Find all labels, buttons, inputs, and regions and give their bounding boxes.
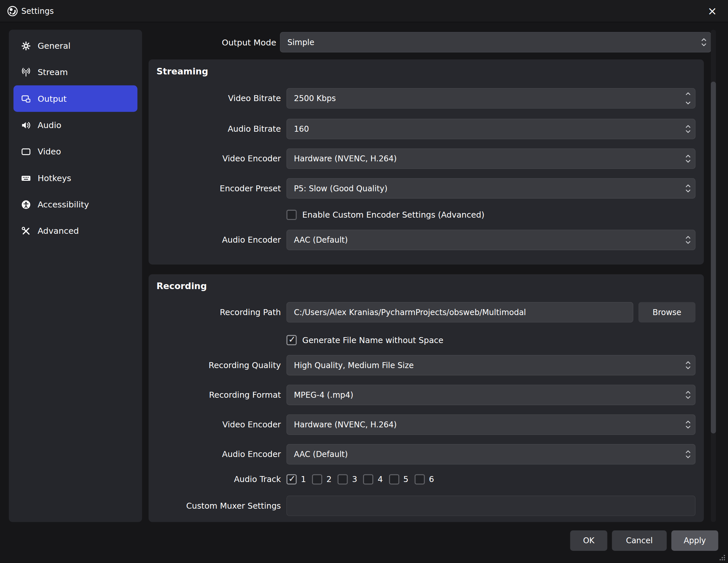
- chevron-down-icon[interactable]: [685, 455, 691, 459]
- chevron-up-icon[interactable]: [685, 184, 691, 188]
- chevron-up-icon[interactable]: [685, 125, 691, 128]
- rec-audio-encoder-select[interactable]: AAC (Default): [287, 444, 696, 464]
- custom-muxer-label: Custom Muxer Settings: [149, 501, 281, 510]
- recording-format-label: Recording Format: [149, 390, 281, 399]
- output-mode-select[interactable]: Simple: [280, 32, 711, 52]
- cancel-button[interactable]: Cancel: [612, 530, 667, 551]
- spinner: [685, 420, 691, 429]
- audio-bitrate-value: 160: [294, 125, 309, 134]
- chevron-down-icon[interactable]: [685, 130, 691, 133]
- chevron-up-icon[interactable]: [685, 420, 691, 424]
- video-encoder-value: Hardware (NVENC, H.264): [294, 154, 397, 163]
- chevron-up-icon[interactable]: [685, 450, 691, 453]
- chevron-down-icon[interactable]: [701, 43, 707, 46]
- sidebar-item-label: Hotkeys: [38, 173, 71, 183]
- apply-button[interactable]: Apply: [671, 530, 718, 551]
- custom-encoder-checkbox[interactable]: [287, 210, 297, 220]
- chevron-down-icon[interactable]: [685, 241, 691, 244]
- sidebar-item-label: Video: [38, 147, 61, 156]
- audio-track-1-checkbox[interactable]: [287, 474, 297, 484]
- recording-format-value: MPEG-4 (.mp4): [294, 390, 353, 399]
- browse-button[interactable]: Browse: [638, 302, 695, 323]
- recording-quality-value: High Quality, Medium File Size: [294, 360, 414, 370]
- audio-bitrate-label: Audio Bitrate: [149, 125, 281, 134]
- encoder-preset-label: Encoder Preset: [149, 184, 281, 193]
- streaming-title: Streaming: [156, 66, 208, 76]
- scrollbar-thumb[interactable]: [711, 82, 716, 433]
- spinner: [685, 184, 691, 193]
- recording-title: Recording: [156, 281, 207, 291]
- scrollbar[interactable]: [711, 30, 716, 522]
- chevron-down-icon[interactable]: [685, 159, 691, 163]
- generate-filename-checkbox-label: Generate File Name without Space: [302, 335, 443, 345]
- chevron-down-icon[interactable]: [685, 189, 691, 193]
- resize-grip-icon[interactable]: [718, 554, 726, 562]
- chevron-up-icon[interactable]: [685, 236, 691, 239]
- audio-track-6-label: 6: [429, 475, 434, 484]
- rec-audio-encoder-value: AAC (Default): [294, 450, 348, 459]
- audio-track-5-checkbox[interactable]: [389, 474, 399, 484]
- chevron-up-icon[interactable]: [685, 390, 691, 394]
- spinner: [685, 450, 691, 459]
- sidebar-item-label: General: [38, 41, 70, 51]
- video-bitrate-label: Video Bitrate: [149, 94, 281, 103]
- settings-window: Settings × General: [0, 0, 728, 563]
- generate-filename-checkbox[interactable]: [287, 335, 297, 345]
- audio-track-4-label: 4: [378, 475, 383, 484]
- close-icon[interactable]: ×: [704, 0, 721, 22]
- recording-format-select[interactable]: MPEG-4 (.mp4): [287, 384, 696, 405]
- video-encoder-select[interactable]: Hardware (NVENC, H.264): [287, 149, 696, 169]
- sidebar-item-general[interactable]: General: [14, 33, 137, 59]
- audio-encoder-label: Audio Encoder: [149, 236, 281, 245]
- encoder-preset-value: P5: Slow (Good Quality): [294, 184, 387, 193]
- streaming-section: Streaming Video Bitrate 2500 Kbps Audio …: [149, 59, 704, 265]
- custom-muxer-input[interactable]: [287, 495, 696, 516]
- recording-path-input[interactable]: C:/Users/Alex Kranias/PycharmProjects/ob…: [287, 302, 633, 323]
- chevron-up-icon[interactable]: [685, 155, 691, 158]
- speaker-icon: [21, 120, 31, 130]
- custom-encoder-checkbox-label: Enable Custom Encoder Settings (Advanced…: [302, 210, 485, 219]
- video-bitrate-spinbox[interactable]: 2500 Kbps: [287, 88, 696, 109]
- rec-audio-encoder-label: Audio Encoder: [149, 450, 281, 459]
- audio-track-group: 1 2 3 4 5 6: [287, 474, 434, 484]
- audio-track-3-checkbox[interactable]: [338, 474, 348, 484]
- recording-path-value: C:/Users/Alex Kranias/PycharmProjects/ob…: [294, 307, 526, 317]
- monitor-icon: [21, 147, 31, 157]
- sidebar-item-accessibility[interactable]: Accessibility: [14, 191, 137, 218]
- recording-quality-label: Recording Quality: [149, 360, 281, 370]
- audio-bitrate-select[interactable]: 160: [287, 119, 696, 139]
- sidebar-item-output[interactable]: Output: [14, 85, 137, 112]
- chevron-up-icon[interactable]: [701, 38, 707, 42]
- audio-track-4-checkbox[interactable]: [363, 474, 374, 484]
- audio-encoder-value: AAC (Default): [294, 236, 348, 245]
- ok-button[interactable]: OK: [570, 530, 607, 551]
- sidebar-item-label: Stream: [38, 67, 68, 77]
- sidebar-item-audio[interactable]: Audio: [14, 112, 137, 138]
- keyboard-icon: [21, 173, 31, 183]
- rec-video-encoder-label: Video Encoder: [149, 420, 281, 429]
- audio-track-2-checkbox[interactable]: [312, 474, 322, 484]
- chevron-up-icon[interactable]: [685, 361, 691, 364]
- chevron-down-icon[interactable]: [685, 366, 691, 369]
- sidebar-item-stream[interactable]: Stream: [14, 59, 137, 85]
- antenna-icon: [21, 67, 31, 77]
- output-mode-value: Simple: [287, 38, 314, 47]
- sidebar-item-video[interactable]: Video: [14, 138, 137, 165]
- spinner: [685, 92, 691, 105]
- sidebar-item-label: Audio: [38, 120, 61, 130]
- audio-encoder-select[interactable]: AAC (Default): [287, 230, 696, 250]
- sidebar-item-label: Accessibility: [38, 200, 89, 210]
- chevron-up-icon[interactable]: [685, 92, 691, 96]
- recording-quality-select[interactable]: High Quality, Medium File Size: [287, 355, 696, 375]
- chevron-down-icon[interactable]: [685, 101, 691, 105]
- sidebar-item-hotkeys[interactable]: Hotkeys: [14, 165, 137, 191]
- encoder-preset-select[interactable]: P5: Slow (Good Quality): [287, 178, 696, 199]
- chevron-down-icon[interactable]: [685, 396, 691, 399]
- rec-video-encoder-select[interactable]: Hardware (NVENC, H.264): [287, 414, 696, 435]
- output-icon: [21, 94, 31, 104]
- chevron-down-icon[interactable]: [685, 425, 691, 429]
- titlebar: Settings ×: [0, 0, 728, 22]
- audio-track-6-checkbox[interactable]: [414, 474, 425, 484]
- sidebar-item-advanced[interactable]: Advanced: [14, 218, 137, 244]
- gear-icon: [21, 41, 31, 51]
